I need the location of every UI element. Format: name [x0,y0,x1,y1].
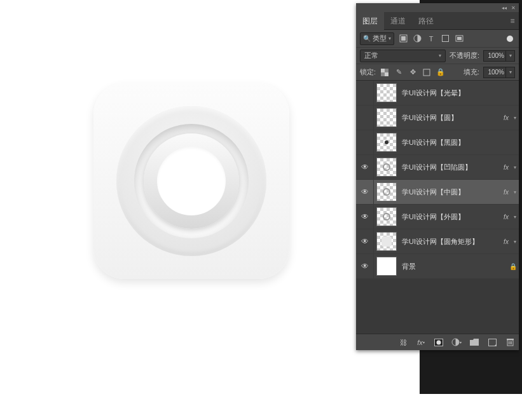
filter-adjustment-icon[interactable] [412,34,422,44]
lock-label: 锁定: [360,67,376,77]
adjustment-layer-icon[interactable]: ▾ [451,337,462,348]
svg-rect-1 [401,36,406,41]
panel-tabs: 图层 通道 路径 ≡ [356,12,519,30]
layer-row[interactable]: 👁学UI设计网【中圆】fx▾ [356,180,519,205]
layer-thumbnail[interactable] [376,83,397,102]
svg-rect-7 [381,69,385,72]
opacity-label: 不透明度: [450,51,479,60]
opacity-field[interactable] [483,50,506,62]
lock-transparency-icon[interactable] [380,67,390,78]
tab-paths[interactable]: 路径 [412,12,440,30]
eye-icon: 👁 [361,163,369,172]
eye-icon: 👁 [361,212,369,221]
layer-thumbnail[interactable] [376,207,397,226]
lock-pixels-icon[interactable]: ✎ [394,67,404,78]
chevron-down-icon[interactable]: ▾ [511,214,519,220]
layer-name[interactable]: 学UI设计网【圆角矩形】 [397,237,501,247]
center-circle [157,147,226,215]
close-icon[interactable]: ✕ [510,4,516,11]
tab-layers[interactable]: 图层 [356,12,384,30]
layer-visibility-toggle[interactable]: 👁 [356,254,374,279]
chevron-down-icon[interactable]: ▾ [511,189,519,195]
search-icon: 🔍 [363,35,371,42]
layer-row[interactable]: 学UI设计网【黑圆】 [356,130,519,155]
lock-icon: 🔒 [507,263,519,270]
layer-name[interactable]: 学UI设计网【外圆】 [397,212,501,222]
layer-visibility-toggle[interactable]: 👁 [356,155,374,180]
layer-fx-badge[interactable]: fx [501,238,511,245]
opacity-input[interactable]: ▾ [483,50,515,62]
fill-label: 填充: [464,67,479,77]
layer-row[interactable]: 👁学UI设计网【外圆】fx▾ [356,205,519,229]
chevron-down-icon[interactable]: ▾ [506,67,515,78]
layers-list: 学UI设计网【光晕】学UI设计网【圆】fx▾学UI设计网【黑圆】👁学UI设计网【… [356,81,519,279]
layer-visibility-toggle[interactable] [356,81,374,105]
layers-panel: ◂◂ ✕ 图层 通道 路径 ≡ 🔍 类型 ▾ T 正常 ▾ 不透明度: ▾ [356,3,519,350]
layer-thumbnail[interactable] [376,108,397,127]
layer-name[interactable]: 学UI设计网【中圆】 [397,187,501,197]
layer-fx-badge[interactable]: fx [501,114,511,121]
layer-thumbnail[interactable] [376,182,397,201]
lock-position-icon[interactable]: ✥ [408,67,418,78]
layers-footer: ⛓ fx▾ ▾ [356,334,519,350]
layer-style-icon[interactable]: fx▾ [416,337,426,348]
lock-row: 锁定: ✎ ✥ 🔒 填充: ▾ [356,64,519,81]
layer-name[interactable]: 学UI设计网【光晕】 [397,88,519,98]
panel-menu-icon[interactable]: ≡ [506,17,519,25]
delete-layer-icon[interactable] [505,337,515,348]
chevron-down-icon: ▾ [439,53,441,58]
filter-toggle-switch[interactable] [505,34,515,44]
layer-name[interactable]: 背景 [397,262,507,271]
layers-empty-area[interactable] [356,279,519,334]
lock-artboard-icon[interactable] [422,67,432,78]
layer-visibility-toggle[interactable]: 👁 [356,180,374,205]
layer-visibility-toggle[interactable]: 👁 [356,205,374,229]
document-canvas[interactable] [0,0,356,420]
layer-visibility-toggle[interactable]: 👁 [356,229,374,254]
filter-pixel-icon[interactable] [398,34,408,44]
fill-field[interactable] [483,67,506,78]
layer-name[interactable]: 学UI设计网【凹陷圆】 [397,163,501,172]
blend-row: 正常 ▾ 不透明度: ▾ [356,48,519,64]
layer-thumbnail[interactable] [376,232,397,251]
link-layers-icon[interactable]: ⛓ [398,337,408,348]
layer-fx-badge[interactable]: fx [501,164,511,171]
new-layer-icon[interactable] [487,337,497,348]
blend-mode-value: 正常 [364,51,378,60]
layer-visibility-toggle[interactable] [356,105,374,130]
layer-mask-icon[interactable] [434,337,444,348]
layer-row[interactable]: 👁学UI设计网【圆角矩形】fx▾ [356,229,519,254]
layer-visibility-toggle[interactable] [356,130,374,155]
chevron-down-icon[interactable]: ▾ [511,239,519,245]
layer-name[interactable]: 学UI设计网【黑圆】 [397,138,519,147]
filter-type-select[interactable]: 🔍 类型 ▾ [360,32,394,45]
layer-thumbnail[interactable] [376,158,397,177]
layer-thumbnail[interactable] [376,133,397,152]
filter-smartobject-icon[interactable] [454,34,464,44]
layer-thumbnail[interactable] [376,257,397,276]
eye-icon: 👁 [361,262,369,271]
tab-channels[interactable]: 通道 [384,12,412,30]
layer-fx-badge[interactable]: fx [501,213,511,220]
collapse-icon[interactable]: ◂◂ [501,4,507,11]
layer-row[interactable]: 学UI设计网【光晕】 [356,81,519,105]
chevron-down-icon[interactable]: ▾ [511,165,519,170]
layer-row[interactable]: 学UI设计网【圆】fx▾ [356,105,519,130]
rounded-rect-shape [93,83,289,279]
layer-row[interactable]: 👁学UI设计网【凹陷圆】fx▾ [356,155,519,180]
blend-mode-select[interactable]: 正常 ▾ [360,50,446,62]
filter-row: 🔍 类型 ▾ T [356,30,519,48]
lock-all-icon[interactable]: 🔒 [436,67,446,78]
chevron-down-icon: ▾ [388,36,391,41]
filter-shape-icon[interactable] [440,34,450,44]
chevron-down-icon[interactable]: ▾ [506,50,515,62]
chevron-down-icon[interactable]: ▾ [511,115,519,121]
svg-rect-15 [507,339,514,340]
layer-fx-badge[interactable]: fx [501,189,511,196]
new-group-icon[interactable] [469,337,479,348]
svg-rect-13 [488,339,496,346]
layer-row[interactable]: 👁背景🔒 [356,254,519,279]
layer-name[interactable]: 学UI设计网【圆】 [397,113,501,123]
filter-type-icon[interactable]: T [426,34,436,44]
fill-input[interactable]: ▾ [483,67,515,78]
